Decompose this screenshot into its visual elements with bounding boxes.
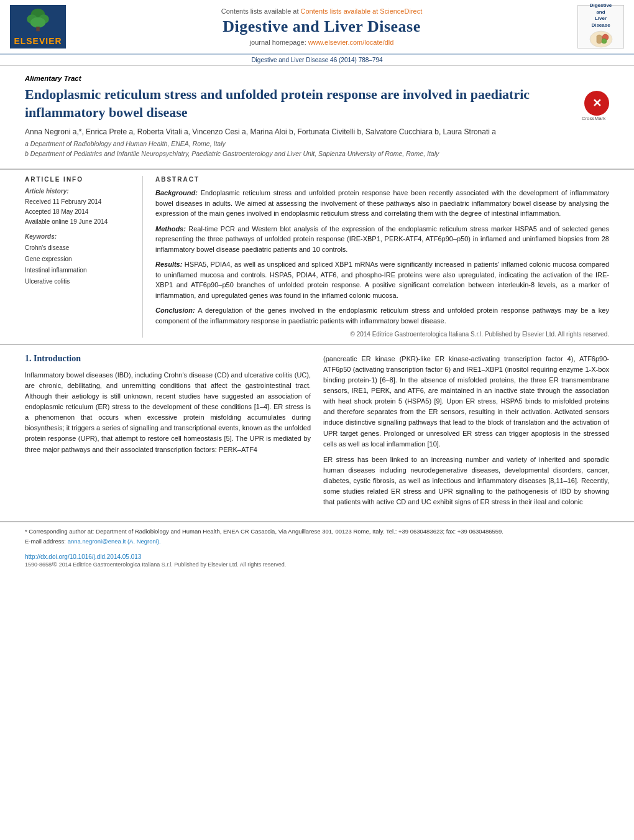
journal-info-bar: Digestive and Liver Disease 46 (2014) 78… [0, 55, 634, 66]
article-section: Alimentary Tract Endoplasmic reticulum s… [0, 66, 634, 169]
abstract-conclusion: Conclusion: A deregulation of the genes … [155, 305, 609, 326]
svg-point-7 [602, 39, 607, 44]
journal-title: Digestive and Liver Disease [78, 17, 565, 36]
intro-para-1: Inflammatory bowel diseases (IBD), inclu… [25, 370, 311, 455]
svg-rect-4 [36, 27, 40, 31]
keyword-2: Gene expression [25, 254, 134, 265]
email-address[interactable]: anna.negroni@enea.it (A. Negroni). [68, 538, 161, 545]
elsevier-wordmark: ELSEVIER [14, 36, 62, 46]
email-note: E-mail address: anna.negroni@enea.it (A.… [25, 537, 609, 546]
footer-copyright: 1590-8658/© 2014 Editrice Gastroenterolo… [0, 561, 634, 573]
abstract-results: Results: HSPA5, PDIA4, as well as unspli… [155, 259, 609, 300]
contents-available: Contents lists available at Contents lis… [78, 7, 565, 15]
affiliation-a: a Department of Radiobiology and Human H… [25, 140, 568, 147]
section-label: Alimentary Tract [25, 75, 609, 82]
keyword-4: Ulcerative colitis [25, 276, 134, 287]
authors-line: Anna Negroni a,*, Enrica Prete a, Robert… [25, 127, 568, 136]
results-text: HSPA5, PDIA4, as well as unspliced and s… [155, 261, 609, 299]
background-heading: Background: [155, 189, 198, 196]
available-date: Available online 19 June 2014 [25, 217, 134, 227]
abstract-methods: Methods: Real-time PCR and Western blot … [155, 224, 609, 255]
crossmark-badge[interactable]: ✕ [584, 91, 609, 116]
article-info-heading: ARTICLE INFO [25, 176, 134, 183]
methods-heading: Methods: [155, 225, 186, 233]
conclusion-heading: Conclusion: [155, 307, 195, 314]
conclusion-text: A deregulation of the genes involved in … [155, 307, 609, 325]
journal-header: ELSEVIER Contents lists available at Con… [0, 0, 634, 55]
doi-line[interactable]: http://dx.doi.org/10.1016/j.dld.2014.05.… [0, 551, 634, 561]
elsevier-tree-icon [19, 7, 57, 34]
keywords-list: Crohn's disease Gene expression Intestin… [25, 242, 134, 287]
abstract-column: ABSTRACT Background: Endoplasmic reticul… [155, 176, 609, 338]
article-info-column: ARTICLE INFO Article history: Received 1… [25, 176, 143, 338]
intro-para-3: ER stress has been linked to an increasi… [323, 455, 609, 507]
sciencedirect-link[interactable]: Contents lists available at ScienceDirec… [301, 7, 423, 15]
results-heading: Results: [155, 261, 182, 268]
corresponding-author-note: * Corresponding author at: Department of… [25, 527, 609, 536]
keyword-3: Intestinal inflammation [25, 265, 134, 276]
body-content: 1. Introduction Inflammatory bowel disea… [0, 345, 634, 521]
abstract-copyright: © 2014 Editrice Gastroenterologica Itali… [155, 331, 609, 338]
body-column-left: 1. Introduction Inflammatory bowel disea… [25, 354, 311, 512]
keyword-1: Crohn's disease [25, 242, 134, 254]
journal-homepage-link[interactable]: www.elsevier.com/locate/dld [308, 39, 394, 46]
accepted-date: Accepted 18 May 2014 [25, 207, 134, 217]
affiliation-b: b Department of Pediatrics and Infantile… [25, 150, 568, 157]
journal-logo-right: Digestive and Liver Disease [577, 5, 624, 48]
journal-center: Contents lists available at Contents lis… [66, 7, 577, 46]
article-dates: Received 11 February 2014 Accepted 18 Ma… [25, 197, 134, 227]
keywords-label: Keywords: [25, 233, 134, 240]
methods-text: Real-time PCR and Western blot analysis … [155, 225, 609, 253]
background-text: Endoplasmic reticulum stress and unfolde… [155, 189, 609, 217]
footnote-section: * Corresponding author at: Department of… [0, 522, 634, 552]
article-info-abstract-section: ARTICLE INFO Article history: Received 1… [0, 170, 634, 344]
elsevier-logo: ELSEVIER [10, 5, 66, 48]
email-label: E-mail address: [25, 538, 66, 545]
introduction-title: 1. Introduction [25, 354, 311, 364]
intro-para-2: (pancreatic ER kinase (PKR)-like ER kina… [323, 354, 609, 449]
journal-logo-text: Digestive and Liver Disease [588, 2, 614, 50]
body-column-right: (pancreatic ER kinase (PKR)-like ER kina… [323, 354, 609, 512]
journal-logo-image [588, 30, 614, 48]
journal-homepage: journal homepage: www.elsevier.com/locat… [78, 39, 565, 46]
abstract-background: Background: Endoplasmic reticulum stress… [155, 188, 609, 219]
received-date: Received 11 February 2014 [25, 197, 134, 207]
article-title: Endoplasmic reticulum stress and unfolde… [25, 86, 547, 121]
svg-point-3 [30, 17, 45, 28]
article-history-label: Article history: [25, 188, 134, 195]
abstract-heading: ABSTRACT [155, 176, 609, 183]
